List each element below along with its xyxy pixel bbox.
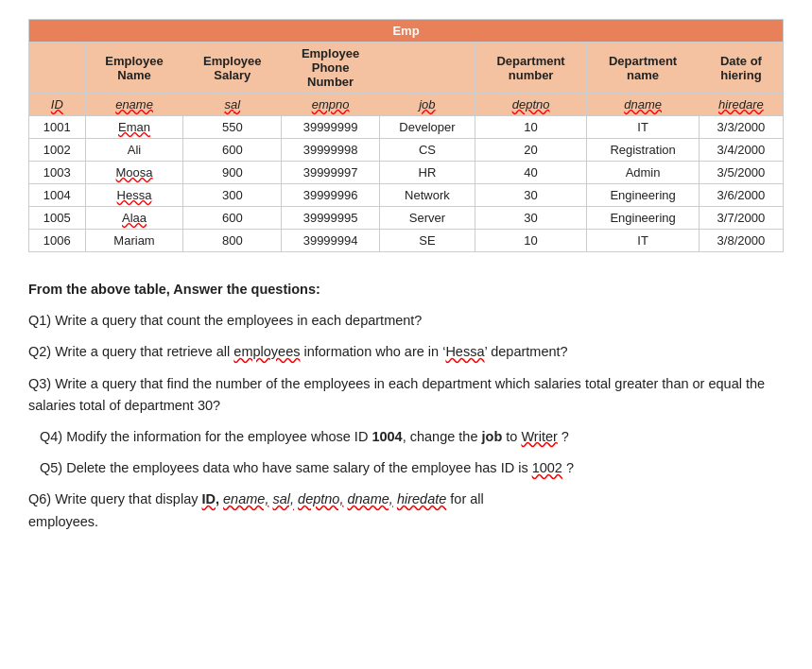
table-cell: 1004 — [29, 184, 86, 207]
table-cell: 39999994 — [282, 230, 380, 252]
col-id: ID — [29, 94, 86, 116]
table-title: Emp — [29, 20, 784, 43]
table-cell: 1006 — [29, 230, 86, 252]
table-cell: 1001 — [29, 116, 86, 139]
table-cell: Hessa — [85, 184, 183, 207]
table-cell: SE — [379, 230, 475, 252]
table-cell: 20 — [475, 139, 586, 162]
table-cell: HR — [379, 162, 475, 184]
table-cell: 39999995 — [282, 207, 380, 230]
q4-middle2: to — [502, 429, 521, 444]
col-hiredare: hiredare — [699, 94, 783, 116]
question-2: Q2) Write a query that retrieve all empl… — [28, 341, 784, 363]
table-cell: IT — [587, 116, 699, 139]
question-3: Q3) Write a query that find the number o… — [28, 373, 784, 417]
q6-ename: ename, — [223, 491, 268, 506]
col-group-id — [29, 43, 86, 94]
q6-deptno: deptno, — [298, 491, 343, 506]
table-cell: Alaa — [85, 207, 183, 230]
q2-before: Q2) Write a query that retrieve all — [28, 344, 233, 359]
table-cell: 1005 — [29, 207, 86, 230]
table-cell: 3/5/2000 — [699, 162, 783, 184]
table-row: 1003Moosa90039999997HR40Admin3/5/2000 — [29, 162, 784, 184]
q5-before: Q5) Delete the employees data who have s… — [40, 460, 532, 475]
table-row: 1002Ali60039999998CS20Registration3/4/20… — [29, 139, 784, 162]
col-group-salary: EmployeeSalary — [183, 43, 282, 94]
table-cell: 550 — [183, 116, 282, 139]
table-cell: Network — [379, 184, 475, 207]
col-group-job — [379, 43, 475, 94]
col-group-deptno: Departmentnumber — [475, 43, 586, 94]
table-cell: 3/6/2000 — [699, 184, 783, 207]
q6-hiredate: hiredate — [397, 491, 446, 506]
table-cell: 39999999 — [282, 116, 380, 139]
table-cell: 900 — [183, 162, 282, 184]
table-cell: 40 — [475, 162, 586, 184]
questions-intro: From the above table, Answer the questio… — [28, 279, 784, 300]
table-cell: Admin — [587, 162, 699, 184]
q4-before: Q4) Modify the information for the emplo… — [40, 429, 371, 444]
q4-middle: , change the — [403, 429, 482, 444]
table-cell: 39999997 — [282, 162, 380, 184]
q2-wavy1: employees — [233, 344, 300, 359]
table-cell: 3/3/2000 — [699, 116, 783, 139]
table-cell: Ali — [85, 139, 183, 162]
table-cell: Registration — [587, 139, 699, 162]
table-row: 1004Hessa30039999996Network30Engineering… — [29, 184, 784, 207]
table-cell: 30 — [475, 184, 586, 207]
col-group-name: EmployeeName — [85, 43, 183, 94]
table-cell: IT — [587, 230, 699, 252]
question-5: Q5) Delete the employees data who have s… — [40, 457, 784, 479]
table-cell: 3/4/2000 — [699, 139, 783, 162]
table-cell: 10 — [475, 230, 586, 252]
table-cell: 1002 — [29, 139, 86, 162]
col-empno: empno — [282, 94, 380, 116]
question-4: Q4) Modify the information for the emplo… — [40, 426, 784, 448]
col-dname: dname — [587, 94, 699, 116]
table-cell: 10 — [475, 116, 586, 139]
table-row: 1001Eman55039999999Developer10IT3/3/2000 — [29, 116, 784, 139]
table-cell: 800 — [183, 230, 282, 252]
table-cell: 39999996 — [282, 184, 380, 207]
col-group-hire: Date ofhiering — [699, 43, 783, 94]
col-group-phone: EmployeePhoneNumber — [282, 43, 380, 94]
q2-end: ’ department? — [485, 344, 568, 359]
col-deptno: deptno — [475, 94, 586, 116]
table-cell: 30 — [475, 207, 586, 230]
table-row: 1006Mariam80039999994SE10IT3/8/2000 — [29, 230, 784, 252]
table-cell: 600 — [183, 207, 282, 230]
table-cell: 3/8/2000 — [699, 230, 783, 252]
q4-job: job — [482, 429, 503, 444]
q6-id: ID, — [201, 491, 219, 506]
table-cell: 600 — [183, 139, 282, 162]
table-cell: Eman — [85, 116, 183, 139]
q4-end: ? — [558, 429, 569, 444]
table-cell: 1003 — [29, 162, 86, 184]
table-row: 1005Alaa60039999995Server30Engineering3/… — [29, 207, 784, 230]
q4-writer: Writer — [521, 429, 557, 444]
table-cell: CS — [379, 139, 475, 162]
questions-section: From the above table, Answer the questio… — [28, 279, 784, 533]
table-cell: Server — [379, 207, 475, 230]
table-cell: Moosa — [85, 162, 183, 184]
table-cell: Engineering — [587, 184, 699, 207]
question-1: Q1) Write a query that count the employe… — [28, 310, 784, 332]
q6-dname: dname, — [347, 491, 392, 506]
employee-table-container: Emp EmployeeName EmployeeSalary Employee… — [28, 19, 784, 252]
col-ename: ename — [85, 94, 183, 116]
q2-wavy2: Hessa — [445, 344, 484, 359]
q5-id: 1002 — [532, 460, 562, 475]
table-cell: Developer — [379, 116, 475, 139]
table-cell: Engineering — [587, 207, 699, 230]
q4-id: 1004 — [371, 429, 402, 444]
q2-middle: information who are in ‘ — [300, 344, 445, 359]
table-cell: Mariam — [85, 230, 183, 252]
table-cell: 3/7/2000 — [699, 207, 783, 230]
col-job: job — [379, 94, 475, 116]
col-group-dname: Departmentname — [587, 43, 699, 94]
table-cell: 300 — [183, 184, 282, 207]
col-sal: sal — [183, 94, 282, 116]
employee-table: Emp EmployeeName EmployeeSalary Employee… — [28, 19, 784, 252]
table-cell: 39999998 — [282, 139, 380, 162]
q5-end: ? — [562, 460, 574, 475]
